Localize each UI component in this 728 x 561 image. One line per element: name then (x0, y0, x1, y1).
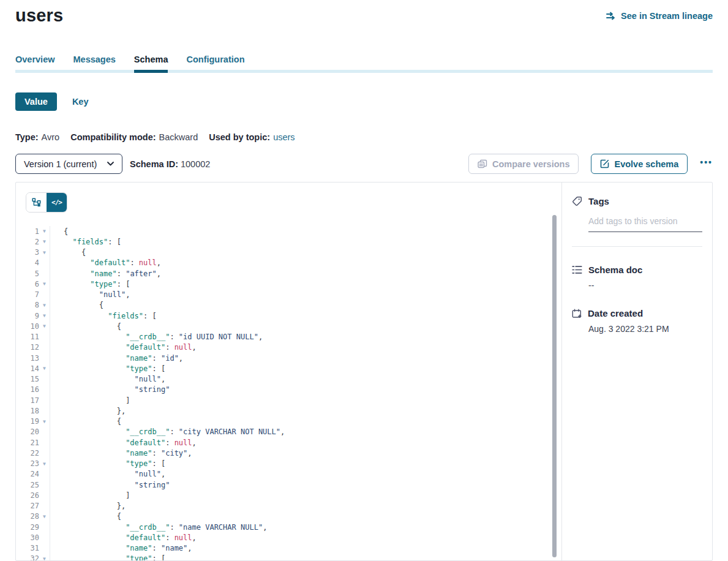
tags-section: Tags (572, 196, 702, 247)
line-number: 26 (21, 491, 39, 500)
fold-toggle-icon[interactable]: ▼ (39, 281, 50, 287)
line-number: 6 (21, 280, 39, 288)
code-line: 29"__crdb__": "name VARCHAR NULL", (16, 522, 561, 532)
line-number: 24 (21, 470, 39, 478)
code-line: 22"name": "city", (16, 448, 561, 458)
code-line: 24"null", (16, 469, 561, 480)
line-number: 27 (21, 502, 39, 510)
page-title: users (15, 6, 63, 26)
code-line: 19▼{ (16, 416, 561, 427)
add-tags-input[interactable] (588, 216, 702, 232)
code-view-button[interactable]: </> (47, 193, 67, 212)
version-select[interactable]: Version 1 (current) (15, 154, 122, 174)
value-key-toggle: Value Key (15, 92, 713, 111)
line-number: 1 (21, 227, 39, 236)
compare-versions-icon (478, 159, 487, 168)
compat-value: Backward (159, 132, 198, 142)
schema-meta-row: Type:Avro Compatibility mode:Backward Us… (15, 132, 713, 142)
line-number: 7 (21, 290, 39, 299)
fold-toggle-icon[interactable]: ▼ (39, 556, 50, 560)
schema-doc-value: -- (588, 280, 702, 290)
code-line: 31"name": "name", (16, 543, 561, 554)
schema-page: users See in Stream lineage Overview Mes… (0, 0, 728, 561)
line-number: 11 (21, 333, 39, 341)
key-toggle-link[interactable]: Key (72, 97, 89, 107)
version-controls-row: Version 1 (current) Schema ID:100002 Com… (15, 154, 713, 174)
code-line: 17] (16, 395, 561, 405)
code-line: 13"name": "id", (16, 353, 561, 363)
list-icon (572, 265, 582, 274)
tab-underline-track (15, 70, 713, 73)
sidebar-divider (572, 246, 702, 247)
code-line: 4"default": null, (16, 258, 561, 268)
compare-versions-label: Compare versions (492, 159, 570, 169)
schema-doc-header: Schema doc (572, 265, 702, 275)
evolve-schema-label: Evolve schema (614, 159, 678, 169)
line-number: 28 (21, 512, 39, 521)
line-number: 22 (21, 449, 39, 457)
schema-id-value: 100002 (181, 159, 210, 169)
tree-view-button[interactable] (26, 193, 47, 212)
compare-versions-button[interactable]: Compare versions (468, 154, 579, 174)
fold-toggle-icon[interactable]: ▼ (39, 461, 50, 467)
tab-schema[interactable]: Schema (134, 53, 168, 73)
schema-actions: Compare versions Evolve schema ••• (468, 154, 713, 174)
code-line: 28▼{ (16, 511, 561, 522)
fold-toggle-icon[interactable]: ▼ (39, 239, 50, 244)
fold-toggle-icon[interactable]: ▼ (39, 419, 50, 424)
see-in-stream-lineage-link[interactable]: See in Stream lineage (606, 11, 713, 21)
fold-toggle-icon[interactable]: ▼ (39, 323, 50, 329)
evolve-schema-button[interactable]: Evolve schema (591, 154, 688, 174)
tags-title: Tags (588, 196, 609, 206)
line-number: 4 (21, 258, 39, 267)
fold-toggle-icon[interactable]: ▼ (39, 313, 50, 318)
line-number: 5 (21, 269, 39, 278)
code-line: 20"__crdb__": "city VARCHAR NOT NULL", (16, 427, 561, 437)
code-line: 12"default": null, (16, 342, 561, 353)
code-line: 14▼"type": [ (16, 363, 561, 374)
line-number: 25 (21, 481, 39, 489)
date-created-title: Date created (588, 308, 643, 318)
line-number: 8 (21, 301, 39, 309)
schema-doc-title: Schema doc (588, 265, 642, 275)
tag-icon (572, 196, 582, 206)
date-created-header: Date created (572, 308, 702, 318)
value-toggle-button[interactable]: Value (15, 92, 57, 111)
fold-toggle-icon[interactable]: ▼ (39, 303, 50, 308)
code-line: 18}, (16, 405, 561, 416)
type-value: Avro (42, 132, 60, 142)
line-number: 29 (21, 523, 39, 532)
topic-label: Used by topic: (209, 132, 270, 142)
line-number: 21 (21, 439, 39, 447)
line-number: 20 (21, 427, 39, 436)
code-editor: 1▼{2▼"fields": [3▼{4"default": null,5"na… (16, 226, 561, 560)
line-number: 15 (21, 375, 39, 383)
more-actions-button[interactable]: ••• (700, 157, 713, 171)
topic-field: Used by topic:users (209, 132, 295, 142)
line-number: 18 (21, 407, 39, 415)
fold-toggle-icon[interactable]: ▼ (39, 514, 50, 519)
edit-schema-icon (600, 159, 609, 168)
fold-toggle-icon[interactable]: ▼ (39, 250, 50, 255)
schema-sidebar: Tags Schema doc -- (561, 183, 712, 560)
code-view-icon: </> (51, 198, 62, 206)
fold-toggle-icon[interactable]: ▼ (39, 366, 50, 371)
fold-toggle-icon[interactable]: ▼ (39, 228, 50, 234)
code-line: 32▼"type": [ (16, 554, 561, 560)
version-selected-value: Version 1 (current) (24, 159, 97, 169)
schema-id-label: Schema ID: (130, 159, 178, 169)
line-number: 30 (21, 533, 39, 542)
code-line: 25"string" (16, 480, 561, 490)
editor-scrollbar-thumb[interactable] (552, 215, 557, 557)
chevron-down-icon (107, 162, 114, 166)
type-label: Type: (15, 132, 39, 142)
compat-label: Compatibility mode: (70, 132, 156, 142)
stream-lineage-icon (606, 12, 617, 20)
schema-doc-section: Schema doc -- (572, 265, 702, 290)
code-line: 7"null", (16, 290, 561, 300)
code-line: 26] (16, 490, 561, 500)
code-line: 1▼{ (16, 226, 561, 236)
line-number: 3 (21, 248, 39, 257)
topic-link[interactable]: users (273, 132, 295, 142)
line-number: 10 (21, 322, 39, 331)
